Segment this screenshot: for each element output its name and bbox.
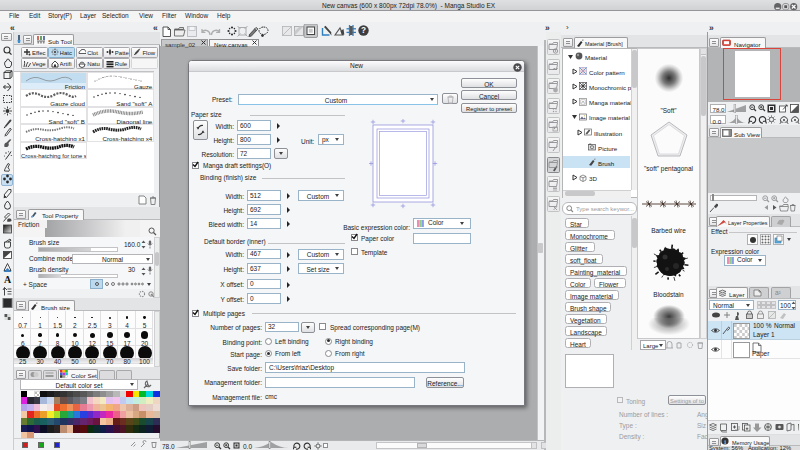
svg-text:a²: a² (775, 289, 782, 296)
svg-text:A: A (4, 274, 12, 285)
svg-text:?: ? (361, 26, 366, 35)
